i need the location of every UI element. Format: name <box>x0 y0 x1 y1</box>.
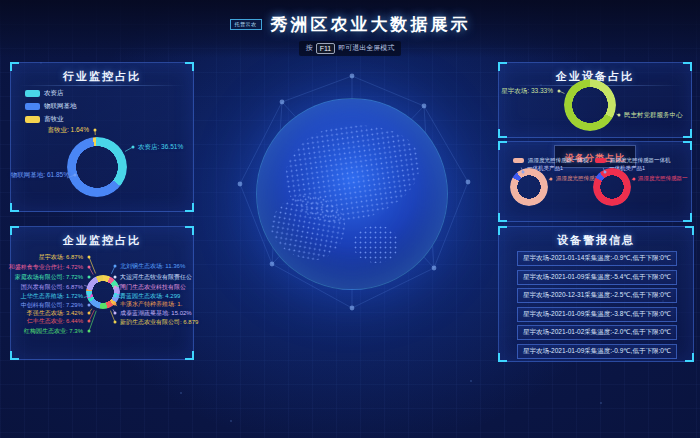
legend-label: 温湿度光照传感器一体机 <box>610 157 671 164</box>
corner-bracket <box>498 353 507 362</box>
chart-label: 仁丰生态农业: 6.44% <box>27 317 83 326</box>
panel-title: 行业监控占比 <box>11 63 193 84</box>
legend-swatch <box>25 90 40 97</box>
alarm-row: 星宇农场-2021-01-14采集温度:-0.9℃,低于下限:0℃ <box>517 251 677 266</box>
corner-bracket <box>683 129 692 138</box>
category-donut-right[interactable] <box>593 168 631 206</box>
legend-item[interactable]: 农资店 <box>25 89 64 98</box>
corner-bracket <box>685 353 694 362</box>
panel-enterprise-monitor: 企业监控占比 星宇农场: 6.87%和盛粮食专业合作社: 4.72%家庭农场有限… <box>10 226 194 360</box>
legend-item[interactable]: 畜牧业 <box>25 115 64 124</box>
chart-label: 星宇农场: 33.33% <box>501 87 553 96</box>
corner-bracket <box>498 141 507 150</box>
chart-label: 和盛粮食专业合作社: 4.72% <box>9 263 83 272</box>
legend-swatch <box>513 158 524 163</box>
chart-label: 成泰蓝湖蔬菜基地: 15.02% <box>120 309 192 318</box>
legend-label: 农资店 <box>44 89 64 98</box>
chart-label: 畜牧业: 1.64% <box>47 126 89 135</box>
hint-prefix: 按 <box>306 43 313 53</box>
chart-label: 民主村党群服务中心 <box>624 111 683 120</box>
corner-bracket <box>683 213 692 222</box>
panel-title: 企业监控占比 <box>11 227 193 248</box>
f11-key: F11 <box>316 43 336 54</box>
panel-device-category: 设备分类占比 温湿度光照传感器一体机 一体机类产品1 温湿度光照传感器一 温湿度… <box>498 141 692 222</box>
divider <box>19 85 185 86</box>
chart-label: 国兴发有限公司: 6.87% <box>21 283 83 292</box>
alarm-row: 星宇农场-2021-01-09采集温度:-3.8℃,低于下限:0℃ <box>517 307 677 322</box>
panel-title: 设备警报信息 <box>499 227 693 248</box>
header: 托普云农 秀洲区农业大数据展示 按 F11 即可退出全屏模式 <box>0 0 700 58</box>
chart-label: 李强生态农场: 3.42% <box>27 309 83 318</box>
alarm-row: 星宇农场-2021-01-09采集温度:-5.4℃,低于下限:0℃ <box>517 270 677 285</box>
chart-label: 闸门生态农业科技有限公 <box>120 283 186 292</box>
dashboard: 托普云农 秀洲区农业大数据展示 按 F11 即可退出全屏模式 行业监控占比 农资… <box>0 0 700 438</box>
corner-bracket <box>10 203 19 212</box>
legend-label: 温湿度光照传感器一体机 <box>528 157 589 164</box>
category-donut-left[interactable] <box>510 168 548 206</box>
page-title: 秀洲区农业大数据展示 <box>271 13 471 36</box>
chart-label: 青蓝园生态农场: 4.299 <box>120 292 180 301</box>
chart-label: 红梅园生态农业: 7.3% <box>24 327 83 336</box>
chart-label: 上华生态养殖场: 1.72% <box>21 292 83 301</box>
chart-label: 大运河生态牧业有限责任公 <box>120 273 192 282</box>
chart-label: 农资店: 36.51% <box>138 143 183 152</box>
alarm-row: 星宇农场-2021-01-09采集温度:-0.9℃,低于下限:0℃ <box>517 344 677 359</box>
device-donut-chart[interactable] <box>564 79 616 131</box>
corner-bracket <box>498 129 507 138</box>
industry-donut-chart[interactable] <box>67 137 127 197</box>
legend-swatch <box>25 116 40 123</box>
legend-label: 畜牧业 <box>44 115 64 124</box>
legend-item[interactable]: 物联网基地 <box>25 102 77 111</box>
alarm-row: 星宇农场-2020-12-31采集温度:-2.5℃,低于下限:0℃ <box>517 288 677 303</box>
chart-label: 温湿度光照传感器一 <box>638 175 688 182</box>
fullscreen-hint: 按 F11 即可退出全屏模式 <box>299 41 402 56</box>
panel-industry-monitor: 行业监控占比 农资店物联网基地畜牧业 畜牧业: 1.64%农资店: 36.51%… <box>10 62 194 212</box>
corner-bracket <box>185 203 194 212</box>
panel-device-ratio: 企业设备占比 星宇农场: 33.33%民主村党群服务中心 <box>498 62 692 138</box>
legend-item[interactable]: 温湿度光照传感器一体机 <box>595 157 671 164</box>
legend-swatch <box>595 158 606 163</box>
corner-bracket <box>10 351 19 360</box>
brand-logo: 托普云农 <box>230 19 262 30</box>
chart-label: 物联网基地: 61.85% <box>11 171 69 180</box>
chart-label: 中创科有限公司: 7.29% <box>21 301 83 310</box>
corner-bracket <box>185 351 194 360</box>
corner-bracket <box>498 213 507 222</box>
corner-bracket <box>683 141 692 150</box>
legend-item[interactable]: 温湿度光照传感器一体机 <box>513 157 589 164</box>
chart-label: 新韵生态农业有限公司: 6.879 <box>120 318 198 327</box>
globe[interactable] <box>222 62 482 322</box>
chart-label: 星宇农场: 6.87% <box>39 253 83 262</box>
legend-swatch <box>25 103 40 110</box>
alarm-row: 星宇农场-2021-01-02采集温度:-2.0℃,低于下限:0℃ <box>517 325 677 340</box>
chart-label: 丰溪水产特种养殖场: 1. <box>120 300 182 309</box>
panel-alarm-info: 设备警报信息 星宇农场-2021-01-14采集温度:-0.9℃,低于下限:0℃… <box>498 226 694 362</box>
chart-label: 北刘钢生态农场: 11.36% <box>120 262 185 271</box>
enterprise-donut-chart[interactable] <box>86 275 120 309</box>
chart-label: 家庭农场有限公司: 7.72% <box>15 273 83 282</box>
legend-label: 物联网基地 <box>44 102 77 111</box>
hint-suffix: 即可退出全屏模式 <box>338 43 394 53</box>
globe-continents <box>256 98 448 290</box>
